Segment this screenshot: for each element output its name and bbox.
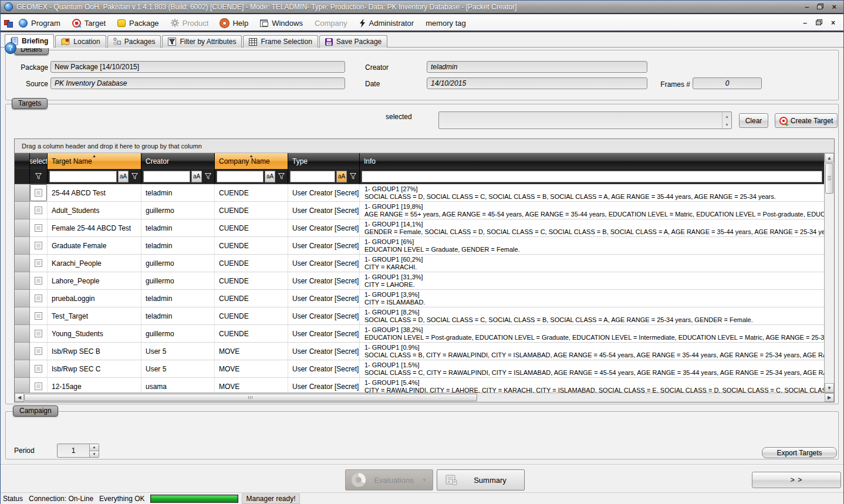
row-checkbox[interactable] — [35, 207, 42, 214]
mdi-restore-button[interactable] — [816, 19, 822, 27]
period-down-icon[interactable]: ▼ — [90, 451, 99, 458]
menu-package[interactable]: Package — [112, 16, 165, 31]
select-cell[interactable] — [30, 237, 48, 254]
table-row[interactable]: Graduate Female teladmin CUENDE User Cre… — [15, 237, 824, 255]
menu-program[interactable]: Program — [13, 16, 66, 31]
period-up-icon[interactable]: ▲ — [90, 444, 99, 451]
header-info[interactable]: Info — [360, 153, 824, 169]
row-selector[interactable] — [15, 202, 30, 219]
row-checkbox[interactable] — [35, 312, 42, 320]
table-row[interactable]: Lahore_People guillermo CUENDE User Crea… — [15, 272, 824, 290]
row-checkbox[interactable] — [35, 330, 42, 337]
funnel-icon[interactable] — [203, 171, 212, 182]
tab-frame-selection[interactable]: Frame Selection — [243, 35, 318, 48]
filter-target-name-input[interactable] — [49, 171, 117, 182]
date-input[interactable] — [427, 77, 647, 89]
create-target-button[interactable]: Create Target — [775, 113, 838, 128]
header-creator[interactable]: Creator — [141, 153, 215, 169]
filter-company-input[interactable] — [217, 171, 264, 182]
row-selector[interactable] — [15, 272, 30, 290]
table-row[interactable]: 12-15age usama MOVE User Creator [Secret… — [15, 378, 824, 393]
row-selector[interactable] — [15, 378, 30, 393]
tab-save-package[interactable]: Save Package — [319, 35, 387, 48]
header-type[interactable]: Type — [288, 153, 360, 169]
funnel-icon[interactable] — [130, 171, 139, 182]
row-checkbox[interactable] — [35, 365, 42, 373]
table-row[interactable]: 25-44 ABCD Test teladmin CUENDE User Cre… — [15, 184, 824, 202]
row-selector[interactable] — [15, 360, 30, 378]
table-row[interactable]: Adult_Students guillermo CUENDE User Cre… — [15, 202, 824, 219]
select-cell[interactable] — [30, 272, 48, 289]
menu-help[interactable]: Help — [214, 16, 254, 31]
case-toggle-button[interactable]: aA — [191, 171, 202, 182]
select-cell[interactable] — [30, 202, 48, 219]
group-by-bar[interactable]: Drag a column header and drop it here to… — [15, 139, 834, 153]
table-row[interactable]: Karachi_People guillermo CUENDE User Cre… — [15, 255, 824, 272]
select-cell[interactable] — [30, 343, 48, 360]
row-checkbox[interactable] — [35, 383, 42, 390]
funnel-icon[interactable] — [276, 171, 286, 182]
menu-memory-tag[interactable]: memory tag — [420, 16, 472, 31]
selected-input[interactable]: ▲▼ — [438, 111, 732, 129]
table-row[interactable]: pruebaLoggin teladmin CUENDE User Creato… — [15, 290, 824, 307]
select-cell[interactable] — [30, 378, 48, 393]
case-toggle-button[interactable]: aA — [265, 171, 275, 182]
clear-button[interactable]: Clear — [739, 113, 768, 128]
table-row[interactable]: Female 25-44 ABCD Test teladmin CUENDE U… — [15, 219, 824, 237]
header-company-name[interactable]: ▲Company Name — [215, 153, 288, 169]
case-toggle-button[interactable]: aA — [118, 171, 129, 182]
frames-input[interactable] — [693, 77, 762, 89]
menu-administrator[interactable]: Administrator — [353, 16, 420, 31]
table-row[interactable]: Young_Students guillermo CUENDE User Cre… — [15, 325, 824, 343]
export-targets-button[interactable]: Export Targets — [762, 447, 837, 458]
horizontal-scrollbar[interactable]: ◀ ▶ — [15, 393, 834, 402]
row-selector[interactable] — [15, 343, 30, 360]
select-cell[interactable] — [30, 307, 48, 324]
row-selector[interactable] — [15, 184, 30, 202]
package-input[interactable] — [50, 61, 345, 73]
row-checkbox[interactable] — [35, 295, 42, 302]
select-cell[interactable] — [30, 325, 48, 342]
filter-type-input[interactable] — [290, 171, 335, 182]
table-row[interactable]: Isb/Rwp SEC C User 5 MOVE User Creator [… — [15, 360, 824, 378]
row-checkbox[interactable] — [35, 347, 42, 355]
filter-creator-input[interactable] — [143, 171, 190, 182]
select-cell[interactable] — [30, 255, 48, 272]
scroll-down-icon[interactable]: ▼ — [825, 383, 834, 393]
mdi-minimize-button[interactable]: – — [803, 19, 807, 27]
filter-select-cell[interactable] — [30, 169, 48, 184]
row-checkbox[interactable] — [35, 189, 42, 197]
period-stepper[interactable]: 1 ▲▼ — [57, 444, 99, 458]
spin-down-icon[interactable]: ▼ — [723, 120, 731, 128]
close-button[interactable]: × — [832, 3, 836, 11]
next-step-button[interactable]: > > — [752, 472, 841, 488]
row-checkbox[interactable] — [35, 259, 42, 267]
row-selector[interactable] — [15, 255, 30, 272]
summary-button[interactable]: Summary — [437, 469, 525, 491]
row-checkbox[interactable] — [35, 242, 42, 249]
row-selector[interactable] — [15, 219, 30, 237]
table-row[interactable]: Test_Target teladmin CUENDE User Creator… — [15, 307, 824, 325]
help-question-icon[interactable]: ? — [5, 42, 16, 54]
row-selector[interactable] — [15, 290, 30, 307]
menu-target[interactable]: Target — [66, 16, 112, 31]
select-cell[interactable] — [30, 219, 48, 236]
row-selector[interactable] — [15, 237, 30, 255]
funnel-icon[interactable] — [34, 171, 43, 182]
scroll-up-icon[interactable]: ▲ — [825, 153, 834, 163]
funnel-icon[interactable] — [348, 171, 357, 182]
filter-info-input[interactable] — [362, 171, 822, 182]
spin-up-icon[interactable]: ▲ — [723, 112, 731, 120]
row-selector[interactable] — [15, 307, 30, 325]
tab-packages[interactable]: Packages — [107, 35, 161, 48]
menu-windows[interactable]: Windows — [254, 16, 309, 31]
scroll-right-icon[interactable]: ▶ — [825, 393, 834, 402]
source-input[interactable] — [50, 77, 345, 89]
horizontal-scroll-thumb[interactable] — [24, 394, 477, 401]
header-target-name[interactable]: ▲Target Name — [48, 153, 141, 169]
select-cell[interactable] — [30, 360, 48, 377]
mdi-close-button[interactable]: × — [831, 19, 835, 27]
row-checkbox[interactable] — [35, 277, 42, 285]
vertical-scrollbar[interactable]: ▲ ▼ — [824, 153, 834, 393]
select-cell[interactable] — [30, 184, 48, 201]
